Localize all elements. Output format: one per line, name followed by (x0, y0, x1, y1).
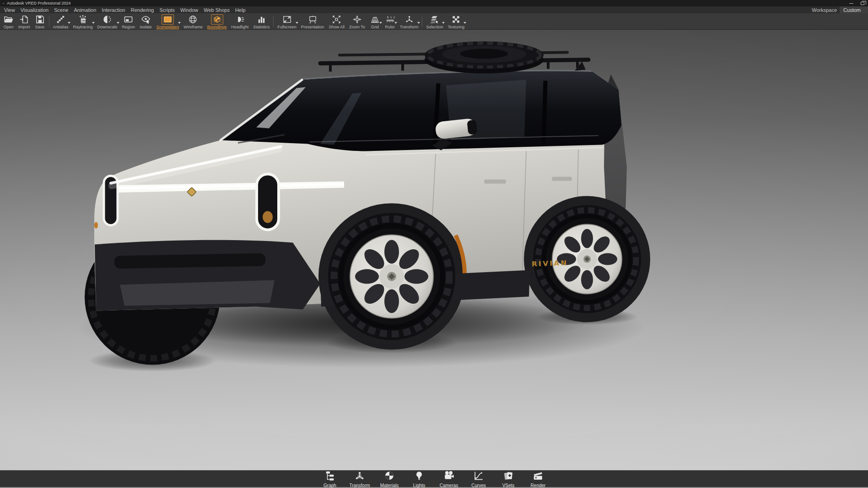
minimize-icon[interactable] (849, 3, 853, 4)
downscale-button[interactable]: Downscale (95, 14, 120, 29)
dropdown-arrow-icon[interactable] (379, 22, 382, 24)
raytracing-cpu-icon: CPU (78, 14, 88, 25)
boundings-icon (211, 14, 223, 25)
zoom-to-button[interactable]: Zoom To (347, 14, 367, 29)
transform-button[interactable]: Transform (398, 14, 421, 29)
scenegraph-icon (324, 470, 335, 483)
vehicle-render: RIVIAN (0, 30, 868, 470)
menu-scripts[interactable]: Scripts (156, 7, 178, 13)
side-marker (94, 222, 98, 229)
toolbar-separator (49, 16, 49, 27)
menu-web-shops[interactable]: Web Shops (201, 7, 232, 13)
isolate-button[interactable]: Isolate (137, 14, 154, 29)
sceneplates-button[interactable]: Sceneplates (154, 14, 182, 29)
restore-icon[interactable] (861, 2, 864, 5)
menu-window[interactable]: Window (178, 7, 201, 13)
toolbar-separator (273, 16, 274, 27)
svg-text:CPU: CPU (81, 20, 86, 22)
dropdown-arrow-icon[interactable] (117, 22, 119, 24)
save-button[interactable]: Save (32, 14, 48, 29)
region-button[interactable]: Region (120, 14, 138, 29)
dropdown-arrow-icon[interactable] (92, 22, 95, 24)
boundings-button[interactable]: Boundings (205, 14, 229, 29)
presentation-easel-icon (308, 14, 318, 25)
render-button[interactable]: Render (526, 470, 550, 488)
downscale-icon (102, 14, 112, 25)
door-handle-front (484, 180, 506, 184)
dropdown-arrow-icon[interactable] (296, 22, 298, 24)
transform-gizmo-icon (354, 470, 365, 483)
grid-icon (370, 14, 380, 25)
vsets-button[interactable]: VSets (496, 470, 521, 488)
wireframe-globe-icon (188, 14, 198, 25)
region-icon (124, 14, 133, 25)
fullscreen-icon (282, 14, 292, 25)
clapperboard-icon (533, 470, 544, 483)
c-pillar (544, 81, 545, 144)
headlight-button[interactable]: Headlight (229, 14, 251, 29)
transform-gizmo-icon (404, 14, 414, 25)
fullscreen-button[interactable]: Fullscreen (275, 14, 299, 29)
materials-sphere-icon (384, 470, 395, 483)
svg-text:0 1 2: 0 1 2 (387, 16, 395, 19)
transform-module-button[interactable]: Transform (347, 470, 372, 488)
show-all-icon (332, 14, 341, 25)
floppy-save-icon (35, 14, 45, 25)
selection-button[interactable]: Selection (424, 14, 445, 29)
zoom-to-icon (352, 14, 362, 25)
ruler-icon: 0 1 2 (385, 14, 395, 25)
sceneplates-icon (162, 14, 174, 25)
curve-editor-icon (473, 470, 484, 483)
ruler-button[interactable]: 0 1 2 Ruler (383, 14, 398, 29)
viewport-3d[interactable]: RIVIAN (0, 30, 868, 470)
title-bar: – Autodesk VRED Professional 2024 (0, 0, 868, 6)
open-button[interactable]: Open (1, 14, 16, 29)
module-dock: Graph Transform Materials Lights Cameras (0, 470, 868, 488)
door-handle-rear (552, 177, 572, 181)
toolbar-separator (422, 16, 422, 27)
texturing-button[interactable]: Texturing (445, 14, 467, 29)
movie-camera-icon (443, 470, 454, 483)
menu-bar: View Visualization Scene Animation Inter… (0, 6, 868, 13)
statistics-bars-icon (257, 14, 266, 25)
show-all-button[interactable]: Show All (326, 14, 347, 29)
menu-visualization[interactable]: Visualization (18, 7, 52, 13)
app-icon: – (2, 1, 5, 5)
vred-window: – Autodesk VRED Professional 2024 View V… (0, 0, 868, 488)
menu-view[interactable]: View (1, 7, 18, 13)
dropdown-arrow-icon[interactable] (394, 22, 397, 24)
statistics-button[interactable]: Statistics (251, 14, 272, 29)
menu-help[interactable]: Help (232, 7, 248, 13)
main-toolbar: Open Import Save Antialias CPU Raytracin… (0, 13, 868, 30)
wheel-front (328, 213, 455, 340)
curves-button[interactable]: Curves (466, 470, 491, 488)
presentation-button[interactable]: Presentation (299, 14, 327, 29)
materials-button[interactable]: Materials (377, 470, 402, 488)
dropdown-arrow-icon[interactable] (68, 22, 70, 24)
selection-icon (430, 14, 439, 25)
grid-button[interactable]: Grid (367, 14, 383, 29)
texturing-checker-icon (451, 14, 461, 25)
vehicle-badge-text: RIVIAN (532, 259, 568, 268)
menu-rendering[interactable]: Rendering (128, 7, 157, 13)
raytracing-button[interactable]: CPU Raytracing (71, 14, 95, 29)
dropdown-arrow-icon[interactable] (178, 22, 181, 24)
antialias-button[interactable]: Antialias (51, 14, 71, 29)
workspace-label: Workspace (809, 7, 840, 13)
cameras-button[interactable]: Cameras (437, 470, 461, 488)
antialias-icon (56, 14, 65, 25)
window-title: Autodesk VRED Professional 2024 (7, 1, 71, 5)
menu-animation[interactable]: Animation (71, 7, 99, 13)
variant-sets-icon (503, 470, 514, 483)
lights-button[interactable]: Lights (407, 470, 431, 488)
graph-button[interactable]: Graph (318, 470, 342, 488)
menu-interaction[interactable]: Interaction (99, 7, 128, 13)
dropdown-arrow-icon[interactable] (417, 22, 420, 24)
dropdown-arrow-icon[interactable] (442, 22, 445, 24)
menu-scene[interactable]: Scene (51, 7, 71, 13)
dropdown-arrow-icon[interactable] (464, 22, 466, 24)
import-button[interactable]: Import (16, 14, 32, 29)
isolate-eye-icon (141, 14, 151, 25)
wireframe-button[interactable]: Wireframe (181, 14, 205, 29)
workspace-selector[interactable]: Custom (840, 6, 868, 13)
